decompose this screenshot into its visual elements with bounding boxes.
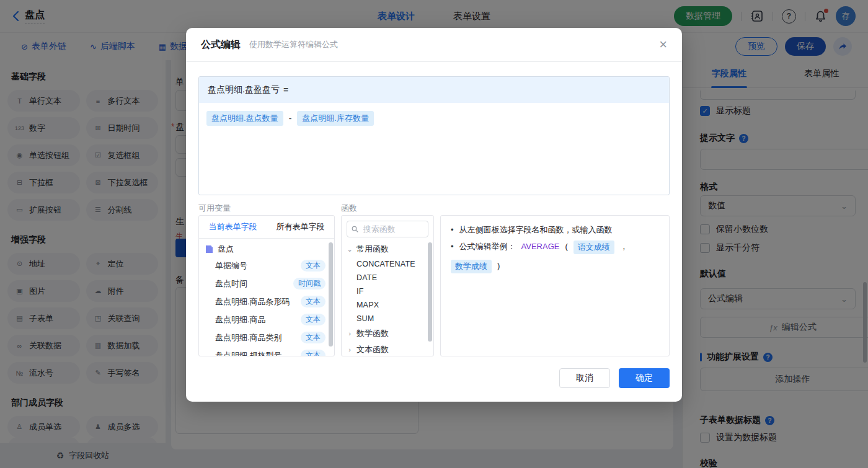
functions-section-label: 函数 xyxy=(341,203,357,214)
cancel-button[interactable]: 取消 xyxy=(559,368,610,388)
variable-item[interactable]: 盘点明细.规格型号 文本 xyxy=(199,347,334,356)
modal-subtitle: 使用数学运算符编辑公式 xyxy=(249,39,338,50)
modal-title: 公式编辑 xyxy=(201,38,241,51)
tree-root-label: 盘点 xyxy=(218,244,234,255)
function-group-math[interactable]: › 数学函数 xyxy=(342,325,433,342)
type-badge: 文本 xyxy=(301,314,326,325)
formula-field-chip[interactable]: 盘点明细.盘点数量 xyxy=(206,111,283,126)
form-doc-icon xyxy=(205,245,213,254)
formula-operator: - xyxy=(289,113,292,123)
functions-panel: ⌄ 常用函数 CONCATENATE DATE IF MAPX SUM › 数学… xyxy=(341,215,434,356)
function-item[interactable]: DATE xyxy=(342,271,433,285)
tab-all-form-fields[interactable]: 所有表单字段 xyxy=(267,216,334,238)
variables-list: 盘点 单据编号 文本 盘点时间 时间戳 盘点明细.商品条形码 文本 盘点明细.商… xyxy=(199,239,334,356)
confirm-button[interactable]: 确定 xyxy=(619,368,670,388)
variable-item[interactable]: 盘点明细.商品 文本 xyxy=(199,311,334,329)
formula-expression[interactable]: 盘点明细.盘点数量 - 盘点明细.库存数量 xyxy=(199,103,669,134)
modal-header: 公式编辑 使用数学运算符编辑公式 × xyxy=(186,28,682,62)
tab-current-form-fields[interactable]: 当前表单字段 xyxy=(199,216,267,238)
type-badge: 文本 xyxy=(301,350,326,356)
formula-editor-modal: 公式编辑 使用数学运算符编辑公式 × 盘点明细.盘盈盘亏 = 盘点明细.盘点数量… xyxy=(186,28,682,402)
function-group-common[interactable]: ⌄ 常用函数 xyxy=(342,241,433,257)
chevron-right-icon: › xyxy=(347,346,353,353)
bullet: • xyxy=(451,241,454,253)
tip-line-1: • 从左侧面板选择字段名和函数，或输入函数 xyxy=(451,224,659,236)
variable-item[interactable]: 盘点时间 时间戳 xyxy=(199,275,334,293)
function-group-text[interactable]: › 文本函数 xyxy=(342,342,433,355)
example-field-chip: 语文成绩 xyxy=(574,241,614,254)
example-field-chip: 数学成绩 xyxy=(451,260,492,273)
function-item[interactable]: CONCATENATE xyxy=(342,257,433,271)
chevron-down-icon: ⌄ xyxy=(347,245,353,254)
variables-tabs: 当前表单字段 所有表单字段 xyxy=(199,216,334,239)
chevron-right-icon: › xyxy=(347,330,353,337)
close-icon[interactable]: × xyxy=(659,38,667,51)
bullet: • xyxy=(451,224,454,236)
function-item[interactable]: SUM xyxy=(342,312,433,325)
function-item[interactable]: MAPX xyxy=(342,298,433,312)
tip-line-2: • 公式编辑举例： AVERAGE ( 语文成绩 ， 数学成绩 ) xyxy=(451,241,659,273)
variable-item[interactable]: 盘点明细.商品类别 文本 xyxy=(199,329,334,347)
formula-editor-box: 盘点明细.盘盈盘亏 = 盘点明细.盘点数量 - 盘点明细.库存数量 xyxy=(198,76,670,195)
modal-footer: 取消 确定 xyxy=(559,368,670,388)
formula-equals: = xyxy=(283,85,288,95)
app-root: 盘点 表单设计 表单设置 数据管理 ? 存 ⊘ 表单外链 xyxy=(0,0,868,468)
search-icon xyxy=(352,225,358,233)
variable-item[interactable]: 盘点明细.商品条形码 文本 xyxy=(199,293,334,311)
variables-panel: 当前表单字段 所有表单字段 盘点 单据编号 文本 盘点时间 时间戳 盘点明细.商… xyxy=(198,215,335,356)
function-item[interactable]: IF xyxy=(342,285,433,298)
variable-item[interactable]: 单据编号 文本 xyxy=(199,257,334,275)
type-badge: 文本 xyxy=(301,332,326,343)
formula-target-row: 盘点明细.盘盈盘亏 = xyxy=(199,77,669,103)
formula-target: 盘点明细.盘盈盘亏 xyxy=(208,84,280,95)
type-badge: 时间戳 xyxy=(293,278,326,289)
function-search-input[interactable] xyxy=(362,224,423,234)
variables-section-label: 可用变量 xyxy=(198,203,231,214)
function-search-box[interactable] xyxy=(347,221,428,237)
variables-scrollbar[interactable] xyxy=(329,242,333,347)
tips-panel: • 从左侧面板选择字段名和函数，或输入函数 • 公式编辑举例： AVERAGE … xyxy=(440,215,670,356)
variables-tree-root[interactable]: 盘点 xyxy=(199,239,334,257)
type-badge: 文本 xyxy=(301,296,326,307)
example-function-name: AVERAGE xyxy=(521,241,560,253)
functions-list: ⌄ 常用函数 CONCATENATE DATE IF MAPX SUM › 数学… xyxy=(342,241,433,355)
type-badge: 文本 xyxy=(301,260,326,272)
formula-field-chip[interactable]: 盘点明细.库存数量 xyxy=(297,111,374,126)
functions-scrollbar[interactable] xyxy=(428,242,432,342)
